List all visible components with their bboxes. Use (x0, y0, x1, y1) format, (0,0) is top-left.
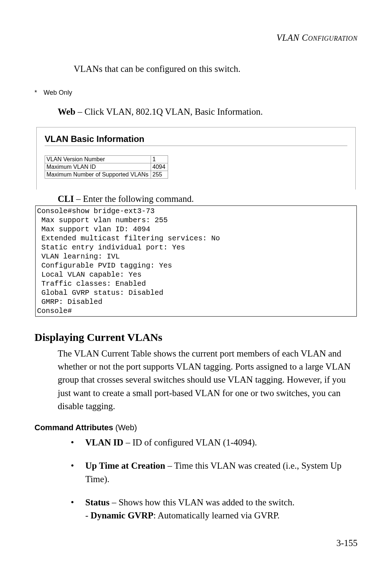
table-row: VLAN Version Number 1 (45, 155, 168, 163)
page-header: VLAN Configuration (34, 33, 358, 43)
cli-instruction: CLI – Enter the following command. (58, 194, 358, 204)
intro-text: VLANs that can be configured on this swi… (74, 63, 358, 75)
sub-line: - Dynamic GVRP: Automatically learned vi… (85, 509, 358, 522)
cell-label: Maximum Number of Supported VLANs (45, 171, 151, 178)
cell-label: Maximum VLAN ID (45, 163, 151, 171)
section-paragraph: The VLAN Current Table shows the current… (58, 347, 358, 413)
divider (45, 146, 347, 146)
footnote-text: Web Only (44, 89, 72, 96)
list-item: Status – Shows how this VLAN was added t… (71, 496, 358, 522)
cell-value: 255 (151, 171, 168, 178)
attr-term: Up Time at Creation (85, 461, 165, 471)
cmd-attr-rest: (Web) (113, 423, 137, 432)
vlan-info-screenshot: VLAN Basic Information VLAN Version Numb… (36, 127, 356, 190)
cli-label: CLI (58, 194, 74, 204)
list-item: VLAN ID – ID of configured VLAN (1-4094)… (71, 436, 358, 449)
web-label: Web (58, 107, 75, 117)
footnote-line: * Web Only (34, 89, 358, 97)
cell-value: 4094 (151, 163, 168, 171)
cell-label: VLAN Version Number (45, 155, 151, 163)
screenshot-title: VLAN Basic Information (45, 134, 347, 144)
attr-desc: – ID of configured VLAN (1-4094). (123, 437, 257, 447)
command-attributes-heading: Command Attributes (Web) (34, 423, 358, 432)
list-item: Up Time at Creation – Time this VLAN was… (71, 459, 358, 486)
attr-term: Status (85, 497, 110, 507)
attribute-list: VLAN ID – ID of configured VLAN (1-4094)… (71, 436, 358, 522)
info-table: VLAN Version Number 1 Maximum VLAN ID 40… (45, 155, 168, 179)
section-heading: Displaying Current VLANs (34, 331, 358, 343)
sub-desc: : Automatically learned via GVRP. (153, 510, 279, 520)
asterisk-icon: * (34, 89, 42, 97)
web-instruction: Web – Click VLAN, 802.1Q VLAN, Basic Inf… (58, 107, 358, 117)
web-text: – Click VLAN, 802.1Q VLAN, Basic Informa… (75, 107, 263, 117)
attr-term: VLAN ID (85, 437, 123, 447)
page-number: 3-155 (336, 538, 358, 548)
cmd-attr-bold: Command Attributes (34, 423, 113, 432)
sub-term: Dynamic GVRP (91, 510, 154, 520)
table-row: Maximum Number of Supported VLANs 255 (45, 171, 168, 178)
attr-desc: – Shows how this VLAN was added to the s… (110, 497, 295, 507)
cli-text: – Enter the following command. (74, 194, 193, 204)
cell-value: 1 (151, 155, 168, 163)
table-row: Maximum VLAN ID 4094 (45, 163, 168, 171)
cli-output: Console#show bridge-ext3-73 Max support … (35, 205, 357, 317)
